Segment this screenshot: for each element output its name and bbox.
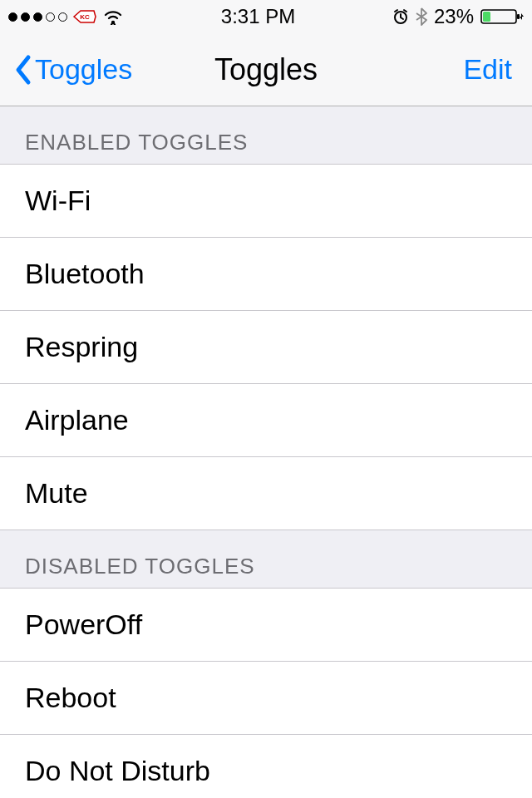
carrier-logo-icon: KC: [72, 9, 97, 24]
status-time: 3:31 PM: [221, 5, 295, 28]
chevron-left-icon: [13, 54, 32, 86]
edit-button[interactable]: Edit: [463, 53, 512, 86]
list-item[interactable]: Mute: [0, 457, 532, 530]
status-left: KC: [8, 8, 124, 25]
back-button[interactable]: Toggles: [13, 53, 132, 86]
navigation-bar: Toggles Toggles Edit: [0, 33, 532, 106]
enabled-toggles-list: Wi-Fi Bluetooth Respring Airplane Mute: [0, 164, 532, 530]
svg-rect-4: [483, 12, 490, 22]
battery-percentage: 23%: [434, 5, 474, 28]
svg-text:KC: KC: [80, 13, 90, 21]
svg-rect-5: [517, 14, 520, 19]
disabled-toggles-list: PowerOff Reboot Do Not Disturb: [0, 588, 532, 798]
alarm-icon: [392, 8, 409, 25]
back-label: Toggles: [35, 53, 132, 86]
list-item[interactable]: Wi-Fi: [0, 165, 532, 238]
signal-strength-icon: [8, 12, 67, 22]
status-bar: KC 3:31 PM 23%: [0, 0, 532, 33]
wifi-icon: [102, 8, 124, 25]
svg-point-1: [111, 21, 115, 24]
bluetooth-icon: [416, 7, 427, 26]
battery-icon: [480, 7, 524, 26]
list-item[interactable]: Do Not Disturb: [0, 735, 532, 798]
list-item[interactable]: PowerOff: [0, 589, 532, 662]
status-right: 23%: [392, 5, 524, 28]
page-title: Toggles: [214, 52, 318, 87]
list-item[interactable]: Bluetooth: [0, 238, 532, 311]
section-header-enabled: ENABLED TOGGLES: [0, 106, 532, 164]
list-item[interactable]: Reboot: [0, 662, 532, 735]
list-item[interactable]: Airplane: [0, 384, 532, 457]
list-item[interactable]: Respring: [0, 311, 532, 384]
section-header-disabled: DISABLED TOGGLES: [0, 530, 532, 588]
